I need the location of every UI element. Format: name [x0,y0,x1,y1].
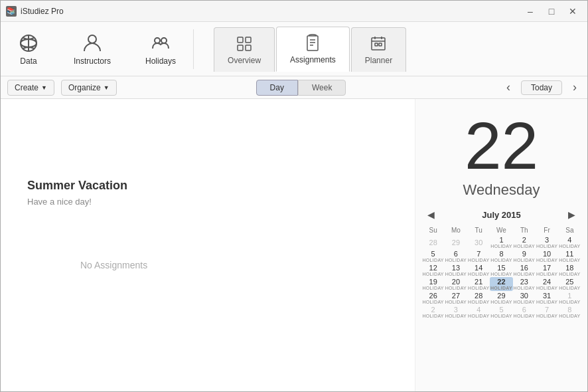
next-arrow-button[interactable]: › [569,79,581,96]
holiday-label: HOLIDAY [513,244,536,248]
day-number: 2 [422,306,445,314]
maximize-button[interactable]: □ [542,5,561,18]
holiday-label: HOLIDAY [422,272,445,276]
cal-day[interactable]: 5HOLIDAY [422,249,445,263]
titlebar-left: 📚 iStudiez Pro [6,6,64,17]
day-number: 15 [490,264,512,272]
holiday-label: HOLIDAY [513,314,536,318]
cal-day[interactable]: 7HOLIDAY [467,249,490,263]
day-number: 31 [536,292,558,300]
mini-cal-grid: Su Mo Tu We Th Fr Sa 2829301HOLIDAY2HOLI… [422,225,581,319]
cal-next-button[interactable]: ▶ [565,209,578,220]
cal-day[interactable]: 8HOLIDAY [490,249,512,263]
cal-day[interactable]: 25HOLIDAY [558,277,581,291]
toolbar-instructors-button[interactable]: Instructors [63,27,121,71]
cal-day[interactable]: 1HOLIDAY [558,291,581,305]
create-button[interactable]: Create ▼ [7,80,54,96]
tab-planner[interactable]: Planner [351,27,406,72]
data-icon [18,33,39,54]
cal-header-th: Th [513,225,536,235]
mini-calendar: ◀ July 2015 ▶ Su Mo Tu We Th Fr Sa [422,209,581,319]
cal-day[interactable]: 29HOLIDAY [490,291,512,305]
tab-assignments[interactable]: Assignments [276,27,350,72]
minimize-button[interactable]: – [521,5,540,18]
toolbar-holidays-button[interactable]: Holidays [135,27,186,71]
cal-day[interactable]: 23HOLIDAY [513,277,536,291]
cal-day[interactable]: 9HOLIDAY [513,249,536,263]
cal-day[interactable]: 28HOLIDAY [467,291,490,305]
cal-day[interactable]: 28 [422,235,445,249]
cal-day[interactable]: 30 [467,235,490,249]
cal-day[interactable]: 21HOLIDAY [467,277,490,291]
overview-icon [235,35,254,53]
day-number: 7 [467,250,490,258]
cal-day-headers: Su Mo Tu We Th Fr Sa [422,225,581,235]
toolbar: Data Instructors Holidays [1,22,587,76]
today-button[interactable]: Today [521,80,562,95]
app-icon: 📚 [6,6,17,17]
cal-day[interactable]: 6HOLIDAY [513,305,536,319]
day-number: 6 [513,306,536,314]
cal-day[interactable]: 31HOLIDAY [536,291,558,305]
cal-day[interactable]: 22HOLIDAY [490,277,512,291]
cal-day[interactable]: 12HOLIDAY [422,263,445,277]
cal-header-mo: Mo [445,225,467,235]
cal-day[interactable]: 14HOLIDAY [467,263,490,277]
svg-rect-18 [375,43,378,46]
cal-day[interactable]: 27HOLIDAY [445,291,467,305]
cal-day[interactable]: 20HOLIDAY [445,277,467,291]
svg-point-5 [161,38,167,43]
cal-day[interactable]: 5HOLIDAY [490,305,512,319]
tab-overview[interactable]: Overview [214,27,275,72]
cal-day[interactable]: 4HOLIDAY [467,305,490,319]
day-number: 10 [536,250,558,258]
cal-day[interactable]: 24HOLIDAY [536,277,558,291]
week-tab-label: Week [312,83,332,92]
titlebar: 📚 iStudiez Pro – □ ✕ [1,1,587,22]
close-button[interactable]: ✕ [563,5,582,18]
cal-day[interactable]: 3HOLIDAY [445,305,467,319]
holiday-label: HOLIDAY [467,258,490,262]
sub-toolbar: Create ▼ Organize ▼ Day Week ‹ Today › [1,76,587,99]
tab-week[interactable]: Week [298,80,346,96]
instructors-icon [82,33,103,54]
cal-day[interactable]: 17HOLIDAY [536,263,558,277]
toolbar-tabs: Overview Assignments [214,27,407,72]
day-number: 24 [536,278,558,286]
cal-day[interactable]: 29 [445,235,467,249]
day-number: 11 [558,250,581,258]
cal-day[interactable]: 6HOLIDAY [445,249,467,263]
cal-day[interactable]: 1HOLIDAY [490,235,512,249]
svg-point-4 [155,38,160,43]
prev-arrow-button[interactable]: ‹ [502,79,514,96]
cal-day[interactable]: 2HOLIDAY [513,235,536,249]
day-tab-label: Day [270,83,284,92]
toolbar-data-button[interactable]: Data [7,27,50,71]
main-window: 📚 iStudiez Pro – □ ✕ Data [0,0,588,392]
cal-day[interactable]: 2HOLIDAY [422,305,445,319]
holiday-label: HOLIDAY [558,300,581,304]
cal-day[interactable]: 11HOLIDAY [558,249,581,263]
cal-day[interactable]: 3HOLIDAY [536,235,558,249]
cal-day[interactable]: 26HOLIDAY [422,291,445,305]
cal-day[interactable]: 10HOLIDAY [536,249,558,263]
event-title: Summer Vacation [27,179,388,193]
svg-rect-7 [246,37,251,43]
cal-day[interactable]: 18HOLIDAY [558,263,581,277]
cal-day[interactable]: 16HOLIDAY [513,263,536,277]
holiday-label: HOLIDAY [558,258,581,262]
cal-day[interactable]: 30HOLIDAY [513,291,536,305]
cal-day[interactable]: 4HOLIDAY [558,235,581,249]
day-number: 8 [490,250,512,258]
tab-day[interactable]: Day [256,80,298,96]
cal-day[interactable]: 19HOLIDAY [422,277,445,291]
holiday-label: HOLIDAY [536,286,558,290]
cal-day[interactable]: 7HOLIDAY [536,305,558,319]
cal-header-sa: Sa [558,225,581,235]
cal-day[interactable]: 8HOLIDAY [558,305,581,319]
svg-rect-10 [307,36,318,50]
cal-day[interactable]: 15HOLIDAY [490,263,512,277]
cal-day[interactable]: 13HOLIDAY [445,263,467,277]
cal-prev-button[interactable]: ◀ [425,209,437,220]
organize-button[interactable]: Organize ▼ [61,80,117,96]
